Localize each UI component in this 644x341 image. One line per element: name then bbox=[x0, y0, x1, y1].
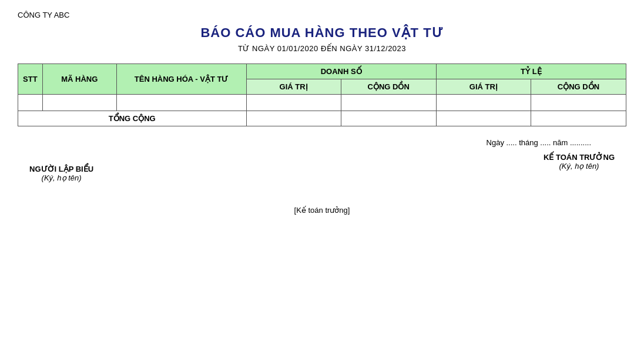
tong-cong-ds-gia-tri bbox=[246, 111, 341, 126]
footer-right: KẾ TOÁN TRƯỞNG (Ký, họ tên) bbox=[544, 153, 615, 170]
cell-tl-cong-don bbox=[531, 95, 626, 111]
header-doanh-so: DOANH SỐ bbox=[246, 64, 436, 79]
cell-ds-cong-don bbox=[341, 95, 436, 111]
header-ten-hang: TÊN HÀNG HÓA - VẬT TƯ bbox=[116, 64, 246, 95]
tong-cong-ds-cong-don bbox=[341, 111, 436, 126]
header-ds-cong-don: CỘNG DỒN bbox=[341, 79, 436, 95]
footer-section: NGƯỜI LẬP BIỂU (Ký, họ tên) KẾ TOÁN TRƯỞ… bbox=[18, 153, 626, 182]
header-tl-cong-don: CỘNG DỒN bbox=[531, 79, 626, 95]
header-tl-gia-tri: GIÁ TRỊ bbox=[436, 79, 531, 95]
report-subtitle: TỪ NGÀY 01/01/2020 ĐẾN NGÀY 31/12/2023 bbox=[18, 44, 626, 53]
footer-left-subtitle: (Ký, họ tên) bbox=[29, 173, 93, 182]
ke-toan-truong-label: [Kế toán trưởng] bbox=[18, 206, 626, 215]
cell-ds-gia-tri bbox=[246, 95, 341, 111]
report-title-section: BÁO CÁO MUA HÀNG THEO VẬT TƯ TỪ NGÀY 01/… bbox=[18, 25, 626, 53]
footer-left: NGƯỜI LẬP BIỂU (Ký, họ tên) bbox=[29, 165, 93, 182]
footer-right-subtitle: (Ký, họ tên) bbox=[544, 162, 615, 170]
tong-cong-label: TỔNG CỘNG bbox=[18, 111, 247, 126]
footer-date: Ngày ..... tháng ..... năm .......... bbox=[18, 138, 626, 147]
header-ds-gia-tri: GIÁ TRỊ bbox=[246, 79, 341, 95]
header-ma-hang: MÃ HÀNG bbox=[42, 64, 116, 95]
footer-right-title: KẾ TOÁN TRƯỞNG bbox=[544, 153, 615, 162]
cell-stt bbox=[18, 95, 43, 111]
header-stt: STT bbox=[18, 64, 43, 95]
tong-cong-tl-cong-don bbox=[531, 111, 626, 126]
footer-left-title: NGƯỜI LẬP BIỂU bbox=[29, 165, 93, 173]
report-title: BÁO CÁO MUA HÀNG THEO VẬT TƯ bbox=[18, 25, 626, 41]
cell-ma-hang bbox=[42, 95, 116, 111]
header-ty-le: TỶ LỆ bbox=[436, 64, 626, 79]
table-row bbox=[18, 95, 626, 111]
cell-ten-hang bbox=[116, 95, 246, 111]
company-name: CÔNG TY ABC bbox=[18, 11, 626, 19]
tong-cong-tl-gia-tri bbox=[436, 111, 531, 126]
cell-tl-gia-tri bbox=[436, 95, 531, 111]
tong-cong-row: TỔNG CỘNG bbox=[18, 111, 626, 126]
main-table: STT MÃ HÀNG TÊN HÀNG HÓA - VẬT TƯ DOANH … bbox=[18, 63, 626, 126]
